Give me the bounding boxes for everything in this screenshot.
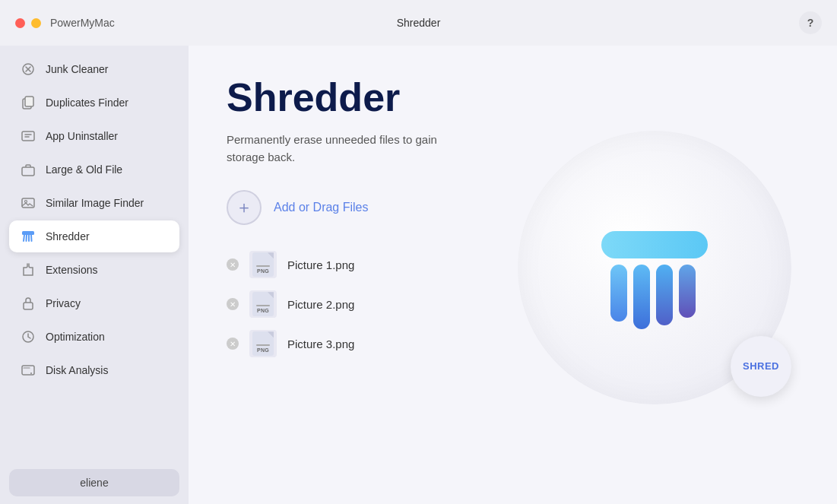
disk-icon <box>20 362 36 379</box>
duplicate-files-icon <box>20 94 36 111</box>
file-remove-button-2[interactable]: ✕ <box>227 298 239 310</box>
sidebar-item-optimization[interactable]: Optimization <box>9 321 179 353</box>
titlebar-right: ? <box>799 11 822 34</box>
sidebar-label-duplicates-finder: Duplicates Finder <box>46 97 128 109</box>
sidebar-item-shredder[interactable]: Shredder <box>9 220 179 252</box>
file-remove-button-3[interactable]: ✕ <box>227 338 239 350</box>
sidebar-item-disk-analysis[interactable]: Disk Analysis <box>9 354 179 386</box>
help-button[interactable]: ? <box>799 11 822 34</box>
titlebar: PowerMyMac Shredder ? <box>0 0 837 46</box>
shredder-illustration <box>579 192 731 344</box>
uninstaller-icon <box>20 128 36 144</box>
titlebar-left: PowerMyMac <box>15 17 115 29</box>
optimization-icon <box>20 328 36 345</box>
sidebar: Junk Cleaner Duplicates Finder App Unins… <box>0 46 189 504</box>
svg-rect-15 <box>656 265 673 325</box>
gear-broom-icon <box>20 61 36 78</box>
sidebar-item-duplicates-finder[interactable]: Duplicates Finder <box>9 87 179 119</box>
sidebar-label-optimization: Optimization <box>46 331 105 343</box>
sidebar-bottom: eliene <box>9 469 179 496</box>
sidebar-item-similar-image-finder[interactable]: Similar Image Finder <box>9 187 179 219</box>
svg-rect-13 <box>610 265 627 322</box>
sidebar-label-app-uninstaller: App Uninstaller <box>46 130 118 142</box>
sidebar-label-disk-analysis: Disk Analysis <box>46 364 108 376</box>
svg-rect-2 <box>25 97 33 106</box>
sidebar-item-junk-cleaner[interactable]: Junk Cleaner <box>9 53 179 85</box>
content-area: Shredder Permanently erase unneeded file… <box>189 46 837 504</box>
file-icon-3: PNG <box>249 330 277 357</box>
add-drag-label: Add or Drag Files <box>274 201 369 214</box>
image-icon <box>20 195 36 211</box>
minimize-button[interactable] <box>31 18 41 28</box>
briefcase-icon <box>20 161 36 178</box>
sidebar-item-app-uninstaller[interactable]: App Uninstaller <box>9 120 179 152</box>
illustration-area: SHRED <box>518 131 807 420</box>
user-button[interactable]: eliene <box>9 469 179 496</box>
lock-icon <box>20 295 36 312</box>
sidebar-item-extensions[interactable]: Extensions <box>9 254 179 286</box>
app-name: PowerMyMac <box>50 17 115 29</box>
add-files-button[interactable]: ＋ <box>227 190 262 225</box>
svg-point-6 <box>25 201 27 203</box>
sidebar-label-extensions: Extensions <box>46 264 97 276</box>
svg-rect-14 <box>633 265 650 329</box>
sidebar-label-privacy: Privacy <box>46 297 81 309</box>
main-container: Junk Cleaner Duplicates Finder App Unins… <box>0 46 837 504</box>
shred-button[interactable]: SHRED <box>731 336 791 397</box>
sidebar-item-privacy[interactable]: Privacy <box>9 287 179 319</box>
file-name-1: Picture 1.png <box>287 258 354 271</box>
traffic-lights <box>15 18 41 28</box>
close-button[interactable] <box>15 18 25 28</box>
content-description: Permanently erase unneeded files to gain… <box>227 132 455 166</box>
shredder-nav-icon <box>20 228 36 245</box>
titlebar-center-title: Shredder <box>397 17 441 29</box>
svg-rect-3 <box>22 132 34 141</box>
file-remove-button-1[interactable]: ✕ <box>227 258 239 271</box>
page-title: Shredder <box>227 76 799 119</box>
sidebar-label-junk-cleaner: Junk Cleaner <box>46 63 109 75</box>
sidebar-label-similar-image-finder: Similar Image Finder <box>46 197 144 209</box>
svg-rect-4 <box>22 167 34 176</box>
file-name-3: Picture 3.png <box>287 338 354 350</box>
svg-rect-8 <box>24 303 33 309</box>
svg-rect-12 <box>601 231 708 258</box>
sidebar-label-shredder: Shredder <box>46 230 90 242</box>
svg-rect-10 <box>22 366 34 375</box>
sidebar-label-large-old-file: Large & Old File <box>46 163 122 176</box>
extensions-icon <box>20 262 36 278</box>
file-icon-1: PNG <box>249 251 277 278</box>
file-name-2: Picture 2.png <box>287 298 354 311</box>
plus-icon: ＋ <box>236 196 252 219</box>
svg-rect-16 <box>679 265 696 318</box>
sidebar-item-large-old-file[interactable]: Large & Old File <box>9 154 179 185</box>
svg-point-11 <box>30 372 32 374</box>
file-icon-2: PNG <box>249 290 277 318</box>
